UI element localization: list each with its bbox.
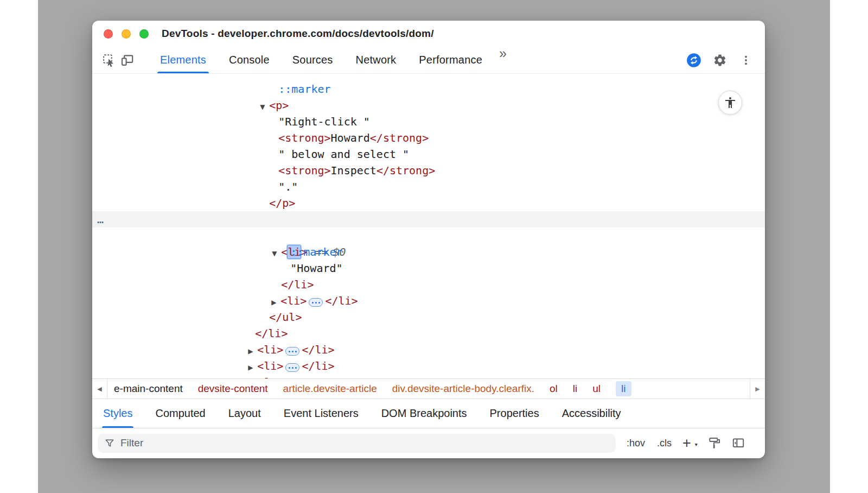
tree-line-text-howard[interactable]: "Howard" [92, 244, 765, 260]
breadcrumb-item[interactable]: e-main-content [114, 383, 183, 395]
tree-line-collapsed-li[interactable]: ▶<li></li> [92, 325, 765, 342]
close-window-button[interactable] [104, 29, 113, 39]
tree-line-ul-open[interactable]: ▼<ul> [92, 195, 765, 211]
dock-sidebar-icon [731, 436, 745, 450]
tab-properties[interactable]: Properties [490, 399, 539, 428]
tree-line-clipped-marker[interactable]: ::marker [92, 74, 765, 81]
breadcrumb-item[interactable]: li [573, 383, 577, 395]
gear-icon [713, 53, 727, 67]
window-title: DevTools - developer.chrome.com/docs/dev… [162, 28, 434, 40]
breadcrumb-bar: ◀ e-main-content devsite-content article… [92, 378, 765, 399]
tab-layout[interactable]: Layout [228, 399, 261, 428]
tab-performance[interactable]: Performance [407, 47, 494, 73]
tab-console[interactable]: Console [218, 47, 281, 73]
tree-line-text[interactable]: "." [92, 162, 765, 179]
paint-roller-icon [707, 436, 722, 450]
tab-styles[interactable]: Styles [103, 399, 132, 428]
crumb-scroll-right-button[interactable]: ▶ [750, 379, 765, 399]
breadcrumb-item-selected[interactable]: li [616, 381, 631, 396]
devtools-toolbar: Elements Console Sources Network Perform… [92, 47, 765, 74]
settings-button[interactable] [711, 51, 729, 69]
filter-funnel-icon [104, 438, 115, 448]
tree-line-li-close[interactable]: </li> [92, 309, 765, 325]
paint-roller-button[interactable] [707, 436, 722, 450]
styles-filter-bar: :hov .cls + ▾ [92, 428, 765, 458]
breadcrumb-item[interactable]: devsite-content [198, 383, 268, 395]
breadcrumb-item[interactable]: article.devsite-article [283, 383, 377, 395]
breadcrumb-item[interactable]: ul [592, 383, 601, 395]
right-arrow-icon: ▶ [755, 385, 760, 393]
tab-elements-label: Elements [160, 54, 206, 66]
styles-panel-tab-strip: Styles Computed Layout Event Listeners D… [92, 399, 765, 428]
tree-line-p-close[interactable]: </p> [92, 179, 765, 195]
tree-line-marker[interactable]: ::marker [92, 227, 765, 244]
inspect-element-button[interactable] [100, 51, 118, 69]
tab-network[interactable]: Network [344, 47, 408, 73]
kebab-menu-icon [740, 54, 752, 67]
tree-line-text[interactable]: " below and select " [92, 130, 765, 146]
tab-computed[interactable]: Computed [155, 399, 205, 428]
active-tab-indicator [102, 426, 133, 428]
accessibility-fab[interactable] [718, 91, 742, 115]
new-style-rule-button[interactable]: + ▾ [682, 437, 698, 449]
menu-button[interactable] [737, 51, 755, 69]
zoom-window-button[interactable] [139, 29, 149, 39]
element-classes-button[interactable]: .cls [656, 435, 673, 451]
minimize-window-button[interactable] [122, 29, 131, 39]
tree-line-strong-howard[interactable]: <strong>Howard</strong> [92, 113, 765, 130]
tree-line-collapsed-li[interactable]: ▶<li></li> [92, 342, 765, 358]
traffic-lights [104, 29, 149, 39]
inspect-cursor-icon [102, 53, 116, 67]
tree-line-collapsed-li[interactable]: ▶<li></li> [92, 276, 765, 293]
main-tab-strip: Elements Console Sources Network Perform… [149, 47, 512, 73]
node-overflow-icon[interactable]: … [97, 211, 104, 227]
device-toolbar-button[interactable] [118, 51, 137, 69]
device-toolbar-icon [120, 53, 135, 67]
tab-event-listeners[interactable]: Event Listeners [284, 399, 359, 428]
title-bar: DevTools - developer.chrome.com/docs/dev… [92, 21, 765, 47]
crumb-scroll-left-button[interactable]: ◀ [92, 379, 107, 399]
toggle-element-state-button[interactable]: :hov [626, 435, 646, 451]
dom-tree-panel: ::marker ▼<p> "Right-click " <strong>How… [92, 74, 765, 378]
dropdown-caret-icon: ▾ [695, 439, 698, 451]
tree-line-li-close[interactable]: </li> [92, 260, 765, 276]
filter-field[interactable] [98, 434, 616, 453]
accessibility-person-icon [724, 96, 737, 109]
circular-arrows-icon [686, 53, 701, 68]
tree-line-p-open[interactable]: ▼<p> [92, 81, 765, 97]
tab-dom-breakpoints[interactable]: DOM Breakpoints [381, 399, 467, 428]
toggle-sidebar-button[interactable] [731, 436, 745, 450]
filter-input[interactable] [120, 437, 609, 449]
breadcrumb-item[interactable]: div.devsite-article-body.clearfix. [392, 383, 534, 395]
selected-tree-row[interactable]: … ▼<li>==$0 [92, 211, 765, 227]
breadcrumb-item[interactable]: ol [550, 383, 558, 395]
tab-elements[interactable]: Elements [149, 47, 218, 73]
tree-line-strong-inspect[interactable]: <strong>Inspect</strong> [92, 146, 765, 162]
tree-line-ul-close[interactable]: </ul> [92, 293, 765, 309]
tree-line-ol-close[interactable]: </ol> [92, 358, 765, 374]
active-tab-indicator [157, 72, 209, 73]
breadcrumb: e-main-content devsite-content article.d… [107, 379, 750, 399]
left-arrow-icon: ◀ [97, 385, 101, 393]
more-tabs-chevron-icon[interactable]: » [494, 47, 512, 73]
devtools-window: DevTools - developer.chrome.com/docs/dev… [92, 21, 765, 458]
sync-circle-button[interactable] [685, 51, 703, 69]
tab-accessibility[interactable]: Accessibility [562, 399, 621, 428]
tree-line-text[interactable]: "Right-click " [92, 97, 765, 113]
tab-sources[interactable]: Sources [281, 47, 344, 73]
